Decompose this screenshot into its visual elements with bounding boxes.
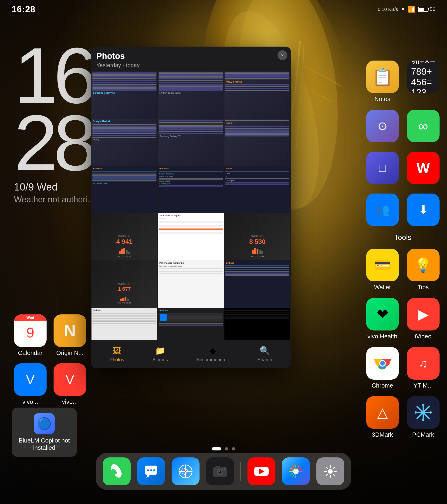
page-dot-3[interactable]: [232, 447, 235, 450]
dock-app-messages[interactable]: [137, 457, 165, 485]
photos-grid: Samsung Galaxy S7 NVIDIA Shield tablet 4…: [91, 71, 291, 355]
tips-icon: 💡: [407, 249, 440, 281]
appstore2-icon: ⬇: [407, 194, 440, 226]
mercury-icon: ⊙: [366, 110, 399, 142]
app-wps[interactable]: W: [406, 152, 440, 187]
svg-rect-52: [326, 473, 328, 476]
svg-rect-41: [292, 473, 295, 478]
app-ivideo[interactable]: ▶ iVideo: [406, 298, 440, 340]
nav-tab-search[interactable]: 🔍 Search: [258, 346, 272, 362]
photos-tab-label: Photos: [110, 357, 124, 362]
nav-tab-recommendations[interactable]: ◆ Recommenda...: [196, 346, 229, 362]
svg-point-6: [380, 361, 385, 366]
ytmusic-icon: ♫: [407, 347, 440, 380]
dock-app-settings[interactable]: [316, 457, 344, 485]
left-app-grid-row2: V vivo... V vivo...: [14, 363, 86, 405]
dock-app-youtube[interactable]: [247, 457, 275, 485]
svg-rect-45: [292, 465, 295, 469]
photos-tab-icon: 🖼: [113, 346, 121, 356]
svg-rect-43: [289, 471, 293, 472]
svg-rect-39: [297, 473, 300, 478]
date-display: 10/9 Wed: [14, 181, 95, 193]
bluelm-not-installed-text: BlueLM Copilot not installed: [17, 437, 71, 451]
tools-section-label: Tools: [365, 233, 440, 242]
page-dot-1[interactable]: [212, 447, 221, 450]
svg-rect-54: [332, 473, 335, 476]
svg-rect-51: [332, 467, 335, 469]
calendar-label: Calendar: [18, 349, 43, 357]
wallet-label: Wallet: [374, 284, 391, 291]
app-store2[interactable]: ⬇: [406, 194, 440, 229]
dock-app-safari[interactable]: [172, 457, 200, 485]
page-indicators: [212, 447, 235, 450]
status-icons: 0.10 KB/s ✕ 📶 56: [378, 6, 435, 13]
app-pcmark[interactable]: PCMark: [406, 396, 440, 438]
svg-rect-37: [299, 471, 303, 472]
svg-point-46: [328, 469, 333, 474]
app-mercury[interactable]: ⊙: [365, 110, 399, 145]
status-bar: 16:28 0.10 KB/s ✕ 📶 56: [0, 0, 447, 19]
dock-app-camera[interactable]: [206, 457, 234, 485]
ivideo-icon: ▶: [407, 298, 440, 330]
search-tab-label: Search: [258, 357, 272, 362]
network-speed: 0.10 KB/s: [378, 7, 398, 12]
search-tab-icon: 🔍: [259, 346, 270, 356]
photos-bottom-nav: 🖼 Photos 📁 Albums ◆ Recommenda... 🔍 Sear…: [91, 340, 291, 368]
app-ytmusic[interactable]: ♫ YT M...: [406, 347, 440, 389]
app-clipboard[interactable]: ∞: [406, 110, 440, 145]
ivideo-label: iVideo: [415, 333, 432, 340]
svg-point-18: [153, 469, 155, 471]
app-virtualbox[interactable]: □: [365, 152, 399, 187]
app-originn[interactable]: N Origin N...: [53, 314, 86, 357]
svg-point-16: [147, 469, 149, 471]
app-vivo3[interactable]: V vivo...: [53, 363, 86, 405]
wps-icon: W: [407, 152, 440, 184]
app-vivohealth[interactable]: ❤ vivo Health: [365, 298, 399, 340]
chrome-icon: [366, 347, 399, 380]
battery-container: 56: [418, 6, 435, 12]
clock-area: 16 28 10/9 Wed Weather not authori...: [14, 42, 95, 204]
page-dot-2[interactable]: [225, 447, 228, 450]
app-chrome[interactable]: Chrome: [365, 347, 399, 389]
dock-app-photos[interactable]: [282, 457, 310, 485]
vivo2-label: vivo...: [22, 398, 38, 405]
calendar-icon: Wed 9: [14, 314, 47, 347]
clock-display: 16 28: [14, 42, 95, 177]
vivohealth-label: vivo Health: [367, 333, 397, 340]
battery-icon: [418, 7, 428, 12]
svg-rect-48: [330, 475, 331, 478]
app-vivo2[interactable]: V vivo...: [14, 363, 47, 405]
wallet-icon: 💳: [366, 249, 399, 281]
nav-tab-photos[interactable]: 🖼 Photos: [110, 346, 124, 362]
svg-point-30: [224, 468, 225, 470]
svg-point-13: [415, 411, 417, 414]
virtualbox-icon: □: [366, 152, 399, 184]
ytmusic-label: YT M...: [413, 382, 433, 389]
pcmark-label: PCMark: [412, 431, 434, 438]
app-notes[interactable]: 📋 Notes: [365, 61, 399, 103]
vivo3-label: vivo...: [62, 398, 78, 405]
dock: [96, 453, 351, 490]
svg-rect-44: [290, 468, 294, 470]
app-tips[interactable]: 💡 Tips: [406, 249, 440, 291]
dock-app-phone[interactable]: [103, 457, 131, 485]
svg-point-28: [219, 471, 220, 472]
albums-tab-label: Albums: [153, 357, 168, 362]
nav-tab-albums[interactable]: 📁 Albums: [153, 346, 168, 362]
originn-icon: N: [53, 314, 86, 347]
tips-label: Tips: [417, 284, 429, 291]
app-calculator[interactable]: %÷×−789+456=123: [406, 61, 440, 103]
app-3dmark[interactable]: △ 3DMark: [365, 396, 399, 438]
weather-display: Weather not authori...: [14, 195, 95, 204]
app-appclone[interactable]: 👥: [365, 194, 399, 229]
app-calendar[interactable]: Wed 9 Calendar: [14, 314, 47, 357]
modal-close-button[interactable]: ×: [277, 50, 287, 60]
recommendations-tab-label: Recommenda...: [196, 357, 229, 362]
vivo3-icon: V: [53, 363, 86, 396]
svg-rect-38: [298, 472, 302, 475]
app-wallet[interactable]: 💳 Wallet: [365, 249, 399, 291]
svg-point-17: [150, 469, 152, 471]
originn-label: Origin N...: [56, 349, 83, 357]
status-time: 16:28: [12, 4, 35, 15]
bluelm-icon: 🔵: [34, 413, 55, 434]
